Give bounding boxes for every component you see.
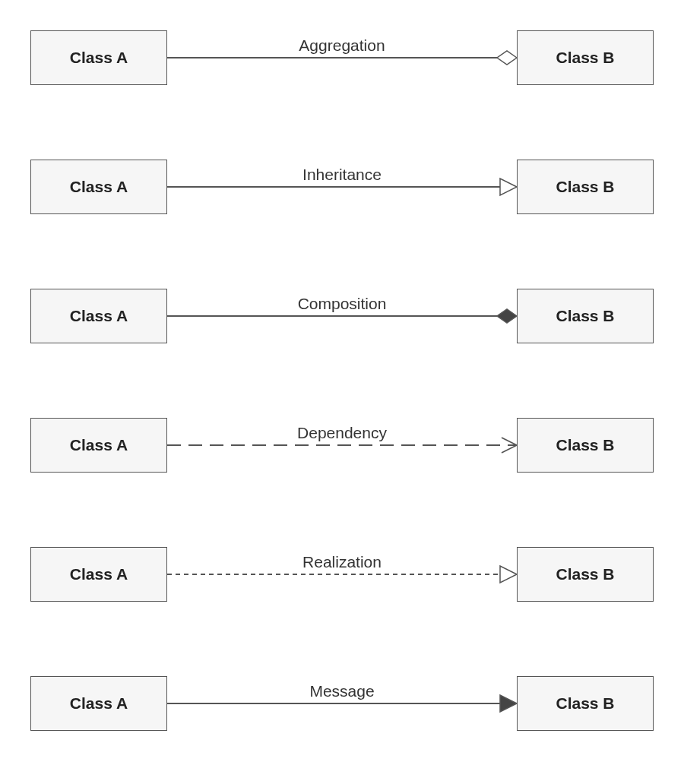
class-box-right: Class B xyxy=(517,547,654,602)
class-label: Class B xyxy=(556,49,614,67)
svg-marker-3 xyxy=(500,179,517,195)
relationship-label: Message xyxy=(205,682,479,700)
class-label: Class A xyxy=(70,307,128,325)
class-label: Class B xyxy=(556,694,614,713)
relationship-label: Realization xyxy=(205,553,479,571)
class-label: Class A xyxy=(70,436,128,454)
class-box-left: Class A xyxy=(30,30,167,85)
relationship-label: Dependency xyxy=(205,424,479,442)
class-label: Class A xyxy=(70,694,128,713)
svg-line-7 xyxy=(502,438,517,445)
class-box-right: Class B xyxy=(517,418,654,473)
class-box-left: Class A xyxy=(30,547,167,602)
class-label: Class B xyxy=(556,565,614,583)
class-label: Class B xyxy=(556,436,614,454)
class-box-right: Class B xyxy=(517,160,654,214)
connectors-svg xyxy=(0,0,684,784)
class-box-left: Class A xyxy=(30,160,167,214)
relationship-label: Aggregation xyxy=(205,36,479,55)
svg-marker-10 xyxy=(500,566,517,583)
svg-line-8 xyxy=(502,445,517,453)
svg-marker-12 xyxy=(500,695,517,712)
relationship-label: Composition xyxy=(205,295,479,313)
class-label: Class A xyxy=(70,49,128,67)
class-box-left: Class A xyxy=(30,289,167,343)
svg-marker-5 xyxy=(497,309,517,323)
class-box-right: Class B xyxy=(517,676,654,731)
class-label: Class A xyxy=(70,565,128,583)
class-box-right: Class B xyxy=(517,30,654,85)
class-label: Class B xyxy=(556,307,614,325)
class-box-left: Class A xyxy=(30,676,167,731)
uml-relationship-diagram: Class A Class B Aggregation Class A Clas… xyxy=(0,0,684,784)
relationship-label: Inheritance xyxy=(205,166,479,184)
svg-marker-1 xyxy=(497,51,517,65)
class-label: Class B xyxy=(556,178,614,196)
class-box-right: Class B xyxy=(517,289,654,343)
class-box-left: Class A xyxy=(30,418,167,473)
class-label: Class A xyxy=(70,178,128,196)
